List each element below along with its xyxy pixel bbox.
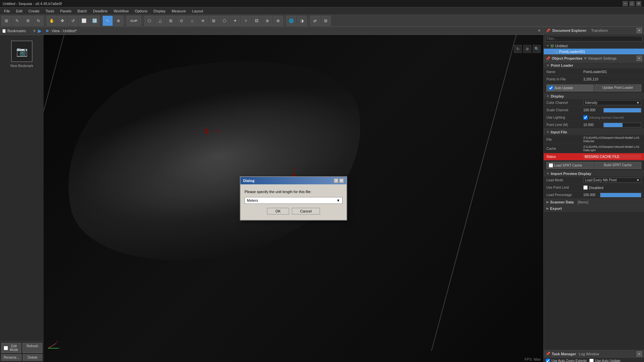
toolbar-btn-25[interactable]: ⇄ bbox=[310, 16, 320, 26]
rename-btn[interactable]: Rename... bbox=[1, 354, 21, 361]
menu-display[interactable]: Display bbox=[151, 8, 168, 14]
use-lighting-checkbox[interactable] bbox=[583, 115, 588, 120]
bookmark-icon: 📑 bbox=[2, 29, 6, 33]
menu-workflow[interactable]: Workflow bbox=[111, 8, 131, 14]
toolbar-btn-16[interactable]: ⊞ bbox=[209, 16, 219, 26]
load-sprt-btn[interactable]: Load SPRT Cache bbox=[546, 162, 594, 169]
point-loader-section-header[interactable]: ▼ Point Loader bbox=[544, 62, 644, 68]
menu-batch[interactable]: Batch bbox=[75, 8, 90, 14]
minimize-btn[interactable]: ─ bbox=[623, 1, 628, 6]
close-btn[interactable]: ✕ bbox=[636, 1, 641, 6]
dialog-cancel-btn[interactable]: Cancel bbox=[292, 208, 320, 215]
toolbar-clip-btn[interactable]: CLIP bbox=[126, 16, 141, 26]
toolbar-btn-21[interactable]: ⊛ bbox=[262, 16, 272, 26]
build-sprt-btn[interactable]: Build SPRT Cache bbox=[594, 162, 642, 169]
doc-explorer-close-btn[interactable]: ✕ bbox=[637, 28, 642, 33]
edit-mode-checkbox[interactable] bbox=[4, 346, 8, 350]
auto-update-task-text: Use Auto Update bbox=[595, 359, 621, 362]
auto-update-checkbox[interactable] bbox=[549, 86, 553, 90]
menu-file[interactable]: File bbox=[1, 8, 13, 14]
toolbar-btn-14[interactable]: ⌂ bbox=[187, 16, 197, 26]
toolbar-btn-17[interactable]: ⬡ bbox=[219, 16, 229, 26]
update-point-loader-btn[interactable]: Update Point Loader bbox=[594, 84, 642, 92]
menu-create[interactable]: Create bbox=[26, 8, 42, 14]
dialog-help-btn[interactable]: ? bbox=[334, 178, 338, 183]
toolbar-btn-18[interactable]: ✦ bbox=[230, 16, 240, 26]
toolbar-btn-8[interactable]: ⬜ bbox=[79, 16, 89, 26]
scanner-data-section-header[interactable]: ▶ Scanner Data [None] bbox=[544, 199, 644, 205]
menu-deadline[interactable]: Deadline bbox=[90, 8, 110, 14]
task-manager-pin-icon[interactable]: 📌 bbox=[546, 352, 550, 356]
auto-update-btn[interactable]: Auto Update bbox=[546, 84, 594, 92]
toolbar-btn-15[interactable]: ≋ bbox=[198, 16, 208, 26]
menu-options[interactable]: Options bbox=[132, 8, 150, 14]
auto-zoom-checkbox[interactable] bbox=[546, 359, 550, 362]
new-bookmark-item[interactable]: 📷 New Bookmark bbox=[0, 35, 44, 73]
import-preview-section-header[interactable]: ▼ Import Preview Display bbox=[544, 171, 644, 177]
menu-layout[interactable]: Layout bbox=[189, 8, 206, 14]
toolbar-select-btn[interactable]: ↖ bbox=[103, 16, 113, 26]
dialog-unit-dropdown[interactable]: Meters ▼ bbox=[245, 197, 342, 204]
load-sprt-checkbox[interactable] bbox=[549, 163, 553, 168]
menu-edit[interactable]: Edit bbox=[13, 8, 25, 14]
toolbar-btn-7[interactable]: ↺ bbox=[68, 16, 78, 26]
load-percentage-row: Load Percentage 100.000 bbox=[544, 191, 644, 199]
delete-btn[interactable]: Delete bbox=[23, 354, 42, 361]
gear-icon[interactable]: ⚙ bbox=[584, 57, 587, 60]
menu-tools[interactable]: Tools bbox=[43, 8, 57, 14]
bookmarks-close-icon[interactable]: ✕ bbox=[33, 29, 36, 33]
maximize-btn[interactable]: □ bbox=[629, 1, 635, 6]
import-preview-expand-icon: ▼ bbox=[546, 172, 549, 175]
task-manager-close-btn[interactable]: ✕ bbox=[637, 351, 642, 357]
toolbar-btn-19[interactable]: ✧ bbox=[241, 16, 251, 26]
toolbar-btn-13[interactable]: ⊙ bbox=[176, 16, 186, 26]
refresh-btn[interactable]: Refresh bbox=[22, 343, 42, 353]
viewport[interactable]: ▶ View - Untitled* ✕ ↻ ⊕ 🔍 2 → bbox=[44, 27, 543, 362]
toolbar-btn-20[interactable]: ⚄ bbox=[252, 16, 262, 26]
properties-pin-icon[interactable]: 📌 bbox=[546, 56, 550, 61]
cache-value: Z:\LIDAR\LAS\Serpent Mound Model LAS Dat… bbox=[583, 145, 641, 152]
toolbar-btn-23[interactable]: 🌐 bbox=[286, 16, 296, 26]
window-controls[interactable]: ─ □ ✕ bbox=[623, 1, 641, 6]
toolbar-btn-12[interactable]: ⊞ bbox=[166, 16, 176, 26]
load-percentage-label: Load Percentage bbox=[546, 193, 583, 197]
toolbar-btn-22[interactable]: ⊕ bbox=[273, 16, 283, 26]
toolbar-btn-6[interactable]: ✤ bbox=[57, 16, 67, 26]
toolbar-btn-4[interactable]: ↻ bbox=[34, 16, 44, 26]
toolbar-btn-26[interactable]: ⊞ bbox=[321, 16, 331, 26]
color-channel-value: Intensity bbox=[585, 101, 597, 105]
toolbar-btn-3[interactable]: ⚙ bbox=[23, 16, 33, 26]
auto-update-task-checkbox[interactable] bbox=[589, 359, 594, 362]
toolbar-btn-2[interactable]: ✎ bbox=[12, 16, 22, 26]
load-mode-dropdown[interactable]: Load Every Nth Point ▼ bbox=[583, 178, 641, 183]
toolbar-btn-11[interactable]: △ bbox=[155, 16, 165, 26]
toolbar-btn-5[interactable]: ✋ bbox=[47, 16, 57, 26]
doc-filter-input[interactable] bbox=[545, 36, 643, 42]
dialog-body: Please specify the unit length for this … bbox=[240, 184, 346, 220]
doc-tree-untitled[interactable]: ▼ ▤ Untitled bbox=[544, 43, 644, 49]
dialog-window-controls: ? ✕ bbox=[334, 178, 344, 183]
toolbar-btn-1[interactable]: ⊞ bbox=[1, 16, 11, 26]
auto-update-task-label: Use Auto Update bbox=[589, 359, 621, 362]
toolbar-btn-24[interactable]: ◑ bbox=[297, 16, 307, 26]
menu-panels[interactable]: Panels bbox=[57, 8, 74, 14]
toolbar-btn-9[interactable]: 🔢 bbox=[90, 16, 100, 26]
disabled-checkbox[interactable] bbox=[583, 185, 588, 190]
color-channel-dropdown[interactable]: Intensity ▼ bbox=[583, 100, 641, 105]
doc-tree-pointloader[interactable]: ▶ △ PointLoader001 bbox=[544, 49, 644, 54]
edit-mode-checkbox-row[interactable]: Edit Mode bbox=[1, 343, 21, 353]
bookmarks-tab[interactable]: 📑 Bookmarks ✕ ▶ bbox=[0, 27, 44, 35]
display-section-header[interactable]: ▼ Display bbox=[544, 93, 644, 99]
viewport-close-icon[interactable]: ✕ bbox=[538, 28, 541, 33]
menu-measure[interactable]: Measure bbox=[169, 8, 189, 14]
export-section-header[interactable]: ▶ Export bbox=[544, 205, 644, 212]
properties-close-btn[interactable]: ✕ bbox=[637, 56, 642, 61]
doc-explorer-pin-icon[interactable]: 📌 bbox=[546, 28, 550, 33]
dialog-close-btn[interactable]: ✕ bbox=[339, 178, 344, 183]
input-file-section-header[interactable]: ▼ Input File bbox=[544, 129, 644, 135]
bookmarks-expand-icon[interactable]: ▶ bbox=[38, 28, 42, 34]
toolbar-move-btn[interactable]: ⊕ bbox=[113, 16, 123, 26]
scanner-data-section-label: Scanner Data bbox=[550, 200, 574, 204]
toolbar-btn-10[interactable]: ⬡ bbox=[144, 16, 154, 26]
dialog-ok-btn[interactable]: OK bbox=[267, 208, 289, 215]
